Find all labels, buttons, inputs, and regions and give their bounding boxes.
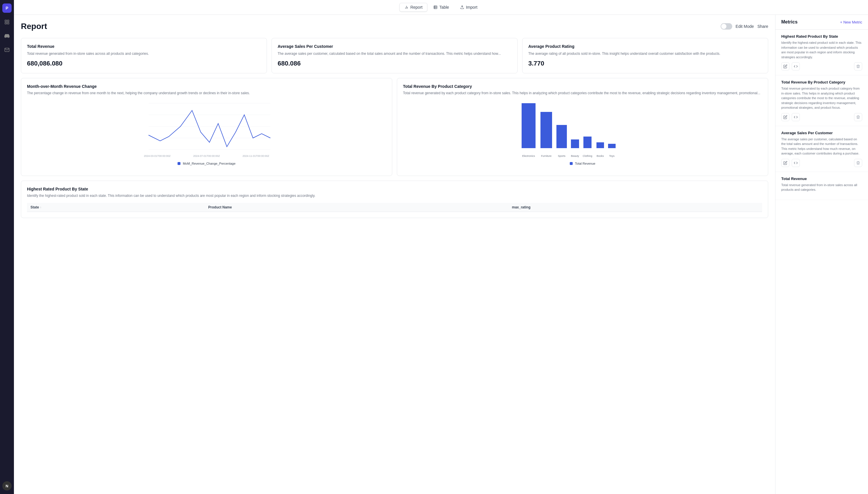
delete-button-1[interactable] xyxy=(854,113,862,121)
metric-list-item-0: Highest Rated Product By State Identify … xyxy=(775,30,868,75)
legend-dot-revenue xyxy=(570,162,573,165)
line-chart-desc: The percentage change in revenue from on… xyxy=(27,91,386,96)
code-button-2[interactable] xyxy=(792,159,800,167)
svg-rect-0 xyxy=(5,20,6,21)
right-sidebar-title: Metrics xyxy=(781,19,797,25)
metric-card-avg-rating-value: 3.770 xyxy=(528,60,762,67)
metric-card-total-revenue-title: Total Revenue xyxy=(27,44,261,49)
sidebar-icon-mail[interactable] xyxy=(2,45,12,55)
svg-rect-26 xyxy=(571,139,579,148)
edit-mode-label: Edit Mode xyxy=(736,24,754,29)
code-button-0[interactable] xyxy=(792,62,800,71)
metric-action-group-0 xyxy=(781,62,800,71)
content-split: Report Edit Mode Share Total Revenue Tot… xyxy=(14,15,868,494)
metric-list-title-0: Highest Rated Product By State xyxy=(781,34,862,39)
edit-button-0[interactable] xyxy=(781,62,789,71)
line-chart-svg: 2024-03-01T00:00:00Z 2024-07-01T00:00:00… xyxy=(27,100,386,158)
metric-list-title-3: Total Revenue xyxy=(781,176,862,181)
code-icon-2 xyxy=(794,161,798,165)
tab-table-label: Table xyxy=(439,5,449,10)
pencil-icon-1 xyxy=(783,115,787,119)
svg-rect-1 xyxy=(7,20,9,21)
line-chart-legend: MoM_Revenue_Change_Percentage xyxy=(27,162,386,165)
report-controls: Edit Mode Share xyxy=(721,23,768,30)
svg-rect-3 xyxy=(7,23,9,24)
bar-chart-svg: Electronics Furniture Sports Beauty xyxy=(403,100,762,158)
line-chart-legend-label: MoM_Revenue_Change_Percentage xyxy=(183,162,236,165)
metric-card-avg-rating-title: Average Product Rating xyxy=(528,44,762,49)
svg-text:Beauty: Beauty xyxy=(571,154,579,157)
metric-action-group-1 xyxy=(781,113,800,121)
metric-card-avg-sales: Average Sales Per Customer The average s… xyxy=(272,38,518,73)
user-avatar[interactable]: N xyxy=(2,481,12,491)
metric-card-avg-sales-title: Average Sales Per Customer xyxy=(278,44,512,49)
line-chart-title: Month-over-Month Revenue Change xyxy=(27,84,386,89)
svg-rect-22 xyxy=(540,112,552,148)
bar-chart-icon xyxy=(404,5,408,9)
svg-text:Electronics: Electronics xyxy=(522,154,535,157)
metric-list-actions-2 xyxy=(781,159,862,167)
svg-text:Clothing: Clothing xyxy=(583,154,592,157)
svg-text:Furniture: Furniture xyxy=(541,154,552,157)
svg-text:Sports: Sports xyxy=(558,154,566,157)
table-col-state[interactable]: State ↑ xyxy=(27,203,205,212)
sidebar-icon-layout[interactable] xyxy=(2,17,12,27)
metric-action-group-2 xyxy=(781,159,800,167)
legend-dot-mom xyxy=(178,162,181,165)
metric-list-item-2: Average Sales Per Customer The average s… xyxy=(775,126,868,172)
metric-card-total-revenue-desc: Total revenue generated from in-store sa… xyxy=(27,51,261,56)
bar-chart-legend: Total Revenue xyxy=(403,162,762,165)
metric-cards: Total Revenue Total revenue generated fr… xyxy=(21,38,768,73)
metric-list-actions-1 xyxy=(781,113,862,121)
table-header-row: State ↑ Product Name max_rating xyxy=(27,203,762,212)
metric-card-avg-sales-desc: The average sales per customer, calculat… xyxy=(278,51,512,56)
table-card: Highest Rated Product By State Identify … xyxy=(21,180,768,218)
svg-text:2024-11-01T00:00:00Z: 2024-11-01T00:00:00Z xyxy=(242,154,270,157)
bar-chart-container: Electronics Furniture Sports Beauty xyxy=(403,100,762,170)
metric-list-desc-2: The average sales per customer, calculat… xyxy=(781,137,862,156)
svg-rect-28 xyxy=(584,136,592,148)
metric-list-desc-1: Total revenue generated by each product … xyxy=(781,86,862,110)
svg-text:2024-03-01T00:00:00Z: 2024-03-01T00:00:00Z xyxy=(144,154,171,157)
metric-list-title-1: Total Revenue By Product Category xyxy=(781,80,862,84)
table-col-product: Product Name xyxy=(205,203,509,212)
tab-report[interactable]: Report xyxy=(400,3,427,12)
right-sidebar: Metrics + New Metric Highest Rated Produ… xyxy=(775,15,868,494)
share-button[interactable]: Share xyxy=(757,24,768,29)
code-button-1[interactable] xyxy=(792,113,800,121)
table-desc: Identify the highest-rated product sold … xyxy=(27,193,762,198)
pencil-icon-2 xyxy=(783,161,787,165)
report-area: Report Edit Mode Share Total Revenue Tot… xyxy=(14,15,775,494)
bar-chart-title: Total Revenue By Product Category xyxy=(403,84,762,89)
data-table: State ↑ Product Name max_rating xyxy=(27,203,762,212)
new-metric-button[interactable]: + New Metric xyxy=(840,20,862,24)
svg-rect-20 xyxy=(522,103,536,148)
svg-rect-7 xyxy=(434,6,437,9)
metric-card-avg-rating-desc: The average rating of all products sold … xyxy=(528,51,762,56)
edit-mode-toggle[interactable] xyxy=(721,23,732,30)
top-nav: Report Table Import xyxy=(14,0,868,15)
metric-card-total-revenue: Total Revenue Total revenue generated fr… xyxy=(21,38,267,73)
table-icon xyxy=(433,5,438,9)
tab-import[interactable]: Import xyxy=(455,3,482,12)
sidebar-icon-discord[interactable] xyxy=(2,31,12,41)
right-sidebar-header: Metrics + New Metric xyxy=(775,15,868,30)
tab-table[interactable]: Table xyxy=(428,3,454,12)
upload-icon xyxy=(460,5,464,9)
bar-chart-legend-label: Total Revenue xyxy=(575,162,595,165)
svg-text:Toys: Toys xyxy=(609,154,615,157)
metric-list-desc-3: Total revenue generated from in-store sa… xyxy=(781,183,862,192)
delete-button-2[interactable] xyxy=(854,159,862,167)
bar-chart-card: Total Revenue By Product Category Total … xyxy=(397,78,768,176)
tab-report-label: Report xyxy=(410,5,422,10)
line-chart-area: 2024-03-01T00:00:00Z 2024-07-01T00:00:00… xyxy=(27,100,386,170)
metric-list-item-1: Total Revenue By Product Category Total … xyxy=(775,75,868,126)
metric-card-total-revenue-value: 680,086.080 xyxy=(27,60,261,67)
left-sidebar: P N xyxy=(0,0,14,494)
main-area: Report Table Import Report Edit Mode xyxy=(14,0,868,494)
delete-button-0[interactable] xyxy=(854,62,862,71)
app-logo[interactable]: P xyxy=(2,3,12,13)
edit-button-2[interactable] xyxy=(781,159,789,167)
code-icon-1 xyxy=(794,115,798,119)
edit-button-1[interactable] xyxy=(781,113,789,121)
